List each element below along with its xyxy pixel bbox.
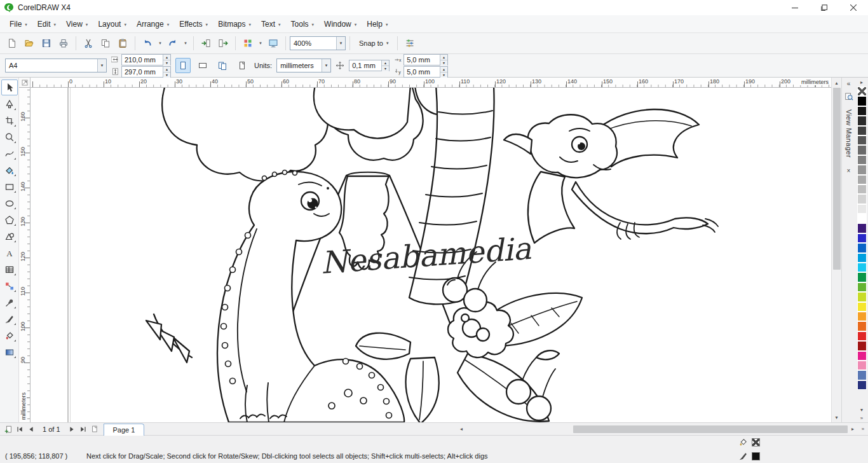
palette-swatch[interactable] (857, 380, 867, 390)
palette-swatch[interactable] (857, 204, 867, 214)
menu-arrange[interactable]: Arrange▾ (132, 17, 173, 31)
snap-to-button[interactable]: Snap to ▾ (354, 36, 393, 51)
vertical-scrollbar-track[interactable] (832, 88, 842, 412)
horizontal-scrollbar-track[interactable] (466, 424, 848, 434)
close-docker-button[interactable]: × (843, 165, 855, 176)
palette-swatch[interactable] (857, 243, 867, 252)
paper-height-field[interactable]: 297,0 mm ▴▾ (121, 66, 171, 78)
tool-outline-pen[interactable] (1, 311, 18, 327)
menu-file[interactable]: File▾ (5, 17, 32, 31)
next-page-button[interactable] (66, 424, 78, 435)
launcher-dropdown-button[interactable]: ▾ (257, 35, 264, 52)
tool-eyedropper[interactable] (1, 294, 18, 310)
palette-swatch[interactable] (857, 341, 867, 350)
palette-swatch[interactable] (857, 214, 867, 223)
scroll-left-button[interactable]: ◂ (456, 424, 466, 434)
tool-freehand[interactable] (1, 146, 18, 162)
duplicate-distance-x-field[interactable]: 5,0 mm ▴▾ (403, 54, 448, 66)
tool-ellipse[interactable] (1, 195, 18, 211)
drawing-canvas[interactable]: Nesabamedia (31, 88, 831, 422)
palette-swatch[interactable] (857, 370, 867, 380)
units-combo[interactable]: millimeters ▾ (276, 59, 331, 73)
new-document-button[interactable] (4, 35, 20, 52)
palette-swatch[interactable] (857, 233, 867, 243)
palette-swatch[interactable] (857, 321, 867, 331)
fill-color-indicator[interactable] (752, 438, 760, 446)
coloring-page-drawing[interactable]: Nesabamedia (31, 88, 831, 422)
vertical-scrollbar[interactable]: ▴ ▾ (831, 78, 841, 422)
undo-dropdown-button[interactable]: ▾ (156, 35, 164, 52)
palette-expand-button[interactable]: » (857, 414, 867, 422)
palette-swatch[interactable] (857, 331, 867, 341)
first-page-button[interactable] (14, 424, 25, 435)
palette-swatch[interactable] (857, 184, 867, 194)
import-button[interactable] (198, 35, 214, 52)
duplicate-y-spinner[interactable]: ▴▾ (440, 67, 447, 77)
palette-swatch[interactable] (857, 106, 867, 116)
maximize-button[interactable] (810, 0, 839, 15)
menu-edit[interactable]: Edit▾ (33, 17, 60, 31)
scroll-down-button[interactable]: ▾ (832, 412, 842, 422)
horizontal-scrollbar[interactable]: ◂ ▸ » (456, 424, 868, 434)
copy-button[interactable] (97, 35, 114, 52)
pan-corner-button[interactable]: » (858, 424, 868, 434)
nudge-spinner[interactable]: ▴▾ (381, 60, 389, 71)
tool-rectangle[interactable] (1, 179, 18, 195)
outline-color-indicator[interactable] (752, 452, 760, 460)
palette-swatch[interactable] (857, 351, 867, 361)
palette-swatch[interactable] (857, 361, 867, 370)
palette-swatch[interactable] (857, 253, 867, 263)
menu-effects[interactable]: Effects▾ (175, 17, 212, 31)
paper-type-combo[interactable]: A4 ▾ (5, 59, 107, 73)
corel-online-button[interactable] (265, 35, 281, 52)
options-button[interactable] (402, 35, 418, 52)
export-button[interactable] (215, 35, 231, 52)
print-button[interactable] (55, 35, 72, 52)
tool-smart-fill[interactable] (1, 162, 18, 178)
docker-tab-view-manager[interactable]: View Manager (845, 107, 853, 160)
horizontal-ruler[interactable]: millimeters 0102030405060708090100110120… (31, 78, 831, 88)
portrait-orientation-button[interactable] (175, 58, 191, 73)
tool-shape[interactable] (1, 96, 18, 112)
menu-window[interactable]: Window▾ (320, 17, 361, 31)
tool-basic-shapes[interactable] (1, 228, 18, 244)
scroll-up-button[interactable]: ▴ (832, 78, 842, 88)
nudge-offset-field[interactable]: 0,1 mm ▴▾ (349, 60, 390, 71)
undo-button[interactable] (139, 35, 156, 52)
palette-swatch[interactable] (857, 145, 867, 155)
menu-bitmaps[interactable]: Bitmaps▾ (214, 17, 255, 31)
palette-swatch[interactable] (857, 223, 867, 233)
palette-swatch[interactable] (857, 135, 867, 145)
zoom-level-combo[interactable]: 400% ▾ (290, 36, 346, 50)
application-launcher-button[interactable] (240, 35, 256, 52)
tool-interactive-fill[interactable] (1, 344, 18, 360)
minimize-button[interactable] (780, 0, 810, 15)
open-button[interactable] (21, 35, 37, 52)
paste-button[interactable] (114, 35, 131, 52)
palette-swatch[interactable] (857, 263, 867, 272)
ruler-origin-button[interactable] (19, 78, 31, 88)
palette-swatch[interactable] (857, 194, 867, 204)
paper-height-spinner[interactable]: ▴▾ (163, 67, 170, 77)
palette-swatch[interactable] (857, 282, 867, 292)
cut-button[interactable] (80, 35, 97, 52)
redo-dropdown-button[interactable]: ▾ (182, 35, 189, 52)
previous-page-button[interactable] (25, 424, 37, 435)
horizontal-scrollbar-thumb[interactable] (573, 425, 848, 433)
last-page-button[interactable] (78, 424, 89, 435)
tool-fill[interactable] (1, 328, 18, 343)
palette-flyout-button[interactable]: ▸ (857, 78, 867, 86)
duplicate-distance-y-field[interactable]: 5,0 mm ▴▾ (403, 66, 448, 78)
palette-swatch[interactable] (857, 96, 867, 106)
duplicate-x-spinner[interactable]: ▴▾ (440, 55, 447, 65)
tool-pick[interactable] (1, 79, 18, 95)
collapse-docker-button[interactable]: « (843, 78, 855, 88)
palette-swatch-none[interactable] (857, 86, 867, 96)
paper-width-spinner[interactable]: ▴▾ (163, 55, 170, 65)
tool-table[interactable] (1, 261, 18, 277)
palette-swatch[interactable] (857, 272, 867, 282)
menu-view[interactable]: View▾ (62, 17, 92, 31)
landscape-orientation-button[interactable] (195, 58, 210, 73)
tool-text[interactable]: A (1, 245, 18, 261)
menu-help[interactable]: Help▾ (362, 17, 392, 31)
